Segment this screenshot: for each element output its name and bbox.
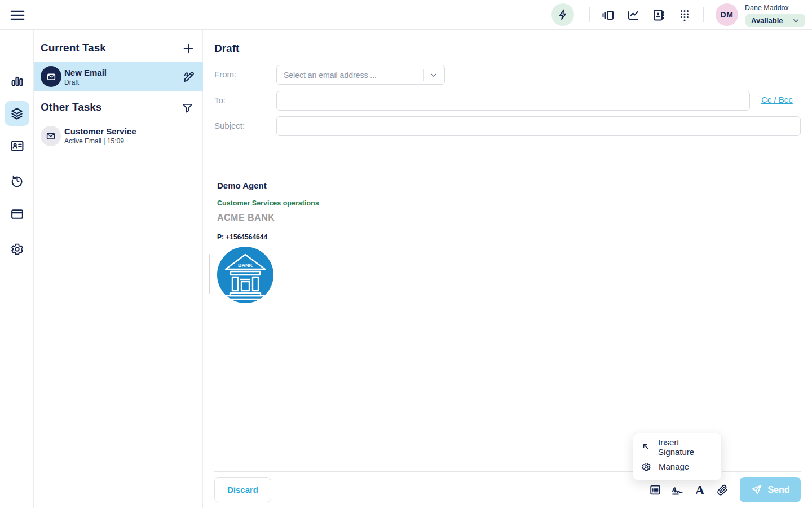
font-format-button[interactable]: A bbox=[691, 481, 709, 499]
signature-company: ACME BANK bbox=[217, 213, 801, 223]
envelope-icon bbox=[46, 131, 56, 141]
panel-resize-handle[interactable] bbox=[209, 254, 210, 294]
rail-item-settings[interactable] bbox=[5, 237, 29, 261]
trend-chart-icon bbox=[626, 8, 640, 22]
templates-button[interactable] bbox=[646, 481, 664, 499]
send-button[interactable]: Send bbox=[740, 477, 801, 502]
window-icon bbox=[10, 207, 24, 221]
add-task-button[interactable] bbox=[181, 41, 196, 56]
rail-item-tasks[interactable] bbox=[5, 101, 29, 126]
bar-chart-icon bbox=[10, 75, 24, 89]
plus-icon bbox=[182, 42, 195, 55]
lightning-icon bbox=[557, 8, 569, 21]
task-subtitle: Active Email | 15:09 bbox=[64, 137, 124, 145]
user-avatar[interactable]: DM bbox=[716, 3, 738, 26]
task-panel: Current Task New Email Draft bbox=[34, 30, 203, 508]
top-bar: DM Dane Maddox Available bbox=[0, 0, 812, 30]
topbar-divider bbox=[589, 7, 590, 22]
other-tasks-heading: Other Tasks bbox=[41, 101, 102, 113]
current-task-heading: Current Task bbox=[41, 42, 106, 54]
bank-logo: BANK bbox=[217, 247, 801, 303]
subject-label: Subject: bbox=[214, 121, 245, 130]
bank-logo-label: BANK bbox=[238, 262, 253, 268]
user-name: Dane Maddox bbox=[745, 4, 789, 12]
rail-item-browser[interactable] bbox=[5, 202, 29, 226]
funnel-icon bbox=[182, 102, 193, 114]
contacts-book-icon bbox=[652, 8, 665, 22]
attach-file-button[interactable] bbox=[713, 481, 731, 499]
menu-item-label: Manage bbox=[659, 462, 689, 471]
signature-pen-icon bbox=[182, 70, 196, 84]
select-divider bbox=[423, 69, 424, 81]
task-title: Customer Service bbox=[64, 126, 136, 136]
signature-name: Demo Agent bbox=[217, 181, 801, 190]
dialpad-button[interactable] bbox=[678, 8, 691, 22]
topbar-divider bbox=[703, 7, 704, 22]
history-icon bbox=[10, 173, 24, 187]
chevron-down-icon bbox=[792, 17, 800, 24]
hamburger-icon bbox=[10, 8, 25, 22]
quick-actions-button[interactable] bbox=[551, 3, 574, 26]
dialpad-icon bbox=[678, 8, 691, 22]
from-select[interactable]: Select an email address ... bbox=[276, 65, 445, 85]
template-list-icon bbox=[649, 484, 661, 496]
menu-item-insert-signature[interactable]: Insert Signature bbox=[633, 437, 721, 457]
signature-menu: Insert Signature Manage bbox=[633, 433, 722, 480]
task-avatar bbox=[41, 66, 61, 87]
filter-tasks-button[interactable] bbox=[180, 100, 195, 115]
insert-signature-button[interactable] bbox=[668, 481, 686, 499]
signature-phone: P: +1564564644 bbox=[217, 233, 801, 241]
rail-item-contacts[interactable] bbox=[5, 133, 29, 158]
send-label: Send bbox=[767, 485, 789, 495]
icon-rail bbox=[0, 30, 34, 508]
panels-button[interactable] bbox=[601, 8, 615, 22]
task-title: New Email bbox=[64, 68, 107, 77]
app-window: DM Dane Maddox Available bbox=[0, 0, 812, 508]
rail-item-analytics[interactable] bbox=[5, 69, 29, 94]
paperclip-icon bbox=[716, 484, 729, 496]
task-row-new-email[interactable]: New Email Draft bbox=[34, 62, 203, 91]
gear-icon bbox=[10, 242, 24, 256]
email-body-editor[interactable]: Demo Agent Customer Services operations … bbox=[214, 174, 801, 470]
contact-card-icon bbox=[10, 139, 24, 153]
to-label: To: bbox=[214, 95, 226, 105]
chevron-down-icon bbox=[430, 71, 438, 79]
layers-icon bbox=[10, 106, 24, 121]
from-placeholder: Select an email address ... bbox=[277, 71, 423, 80]
task-row-customer-service[interactable]: Customer Service Active Email | 15:09 bbox=[34, 123, 203, 150]
rail-item-history[interactable] bbox=[5, 168, 29, 192]
cc-bcc-link[interactable]: Cc / Bcc bbox=[761, 95, 793, 104]
subject-input[interactable] bbox=[276, 116, 801, 136]
hamburger-menu-button[interactable] bbox=[9, 7, 26, 23]
signature-role: Customer Services operations bbox=[217, 199, 801, 207]
menu-item-manage[interactable]: Manage bbox=[633, 457, 721, 476]
envelope-icon bbox=[46, 72, 56, 82]
from-label: From: bbox=[214, 69, 236, 79]
task-avatar bbox=[41, 126, 61, 146]
task-subtitle: Draft bbox=[64, 78, 79, 86]
discard-button[interactable]: Discard bbox=[214, 477, 271, 502]
draft-title: Draft bbox=[214, 42, 239, 55]
edit-draft-button[interactable] bbox=[182, 69, 196, 84]
arrow-up-left-icon bbox=[641, 442, 651, 452]
contacts-button[interactable] bbox=[652, 8, 665, 22]
to-input[interactable] bbox=[276, 91, 750, 111]
menu-item-label: Insert Signature bbox=[658, 437, 713, 457]
status-label: Available bbox=[751, 16, 783, 25]
analytics-button[interactable] bbox=[626, 8, 640, 22]
status-dropdown[interactable]: Available bbox=[745, 14, 805, 27]
panels-icon bbox=[601, 8, 615, 22]
gear-icon bbox=[641, 462, 651, 472]
paper-plane-icon bbox=[751, 484, 762, 496]
signature-icon bbox=[670, 483, 684, 497]
font-icon: A bbox=[695, 484, 705, 497]
